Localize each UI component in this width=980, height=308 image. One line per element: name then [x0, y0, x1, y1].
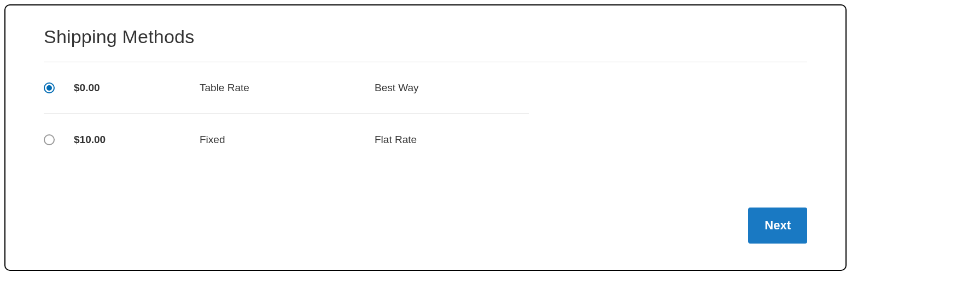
shipping-carrier-name: Best Way	[375, 82, 529, 94]
radio-flat-rate[interactable]	[44, 134, 55, 145]
radio-table-rate[interactable]	[44, 82, 55, 93]
shipping-method-row[interactable]: $0.00 Table Rate Best Way	[44, 62, 529, 114]
shipping-methods-panel: Shipping Methods $0.00 Table Rate Best W…	[4, 4, 847, 271]
section-title: Shipping Methods	[44, 26, 807, 48]
shipping-methods-list: $0.00 Table Rate Best Way $10.00 Fixed F…	[44, 62, 529, 165]
shipping-method-name: Table Rate	[200, 82, 375, 94]
shipping-carrier-name: Flat Rate	[375, 134, 529, 146]
shipping-method-name: Fixed	[200, 134, 375, 146]
shipping-price: $10.00	[74, 134, 200, 146]
shipping-method-row[interactable]: $10.00 Fixed Flat Rate	[44, 114, 529, 165]
next-button[interactable]: Next	[748, 208, 807, 244]
radio-cell	[44, 134, 74, 145]
shipping-price: $0.00	[74, 82, 200, 94]
radio-cell	[44, 82, 74, 93]
